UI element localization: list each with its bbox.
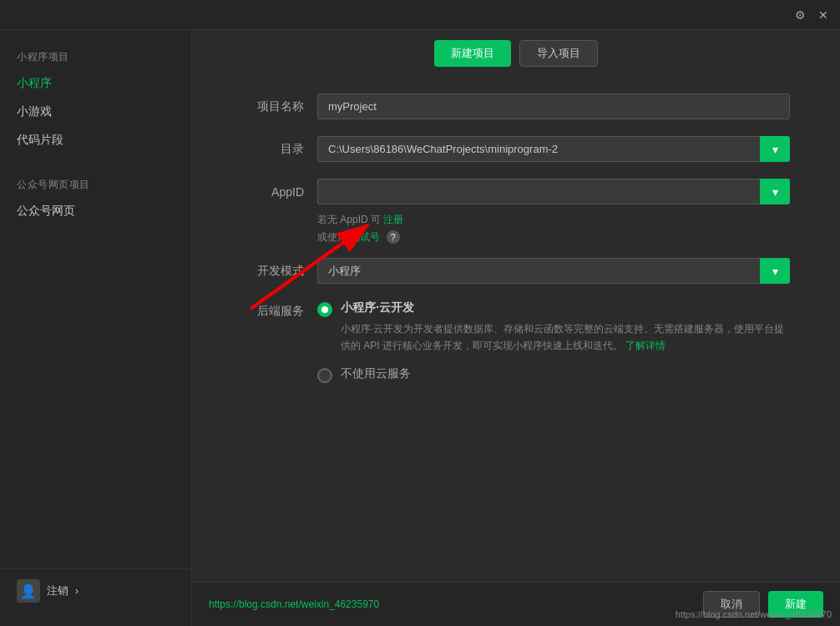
project-name-input[interactable] bbox=[317, 93, 790, 119]
cloud-learn-more-link[interactable]: 了解详情 bbox=[625, 340, 665, 351]
no-cloud-option-content: 不使用云服务 bbox=[341, 366, 411, 381]
bottom-blog-link[interactable]: https://blog.csdn.net/weixin_46235970 bbox=[209, 598, 379, 610]
sidebar-item-miniprogram[interactable]: 小程序 bbox=[0, 69, 191, 98]
sidebar-bottom: 👤 注销 › bbox=[0, 568, 191, 613]
directory-label: 目录 bbox=[242, 142, 317, 157]
sidebar-item-webpage[interactable]: 公众号网页 bbox=[0, 197, 191, 225]
appid-row: AppID ▾ bbox=[242, 179, 790, 204]
appid-register-link[interactable]: 注册 bbox=[383, 214, 403, 225]
close-icon[interactable]: ✕ bbox=[817, 8, 830, 22]
cloud-option-title: 小程序·云开发 bbox=[341, 300, 790, 316]
logout-arrow: › bbox=[75, 585, 78, 597]
dev-mode-label: 开发模式 bbox=[242, 264, 317, 279]
appid-hint-test-line: 或使用 测试号 ? bbox=[317, 230, 790, 245]
logout-label[interactable]: 注销 bbox=[47, 583, 68, 598]
directory-input-group: ▾ bbox=[317, 136, 790, 162]
avatar: 👤 bbox=[17, 579, 40, 603]
appid-input[interactable] bbox=[317, 179, 760, 204]
mini-program-section-title: 小程序项目 bbox=[0, 43, 191, 69]
radio-no-cloud-button[interactable] bbox=[317, 368, 332, 383]
appid-hint-register-line: 若无 AppID 可 注册 bbox=[317, 213, 790, 227]
appid-help-icon[interactable]: ? bbox=[387, 230, 400, 244]
project-name-label: 项目名称 bbox=[242, 99, 317, 114]
directory-input[interactable] bbox=[317, 136, 760, 162]
backend-option-no-cloud: 不使用云服务 bbox=[317, 366, 790, 383]
new-project-button[interactable]: 新建项目 bbox=[434, 40, 511, 67]
dev-mode-input[interactable] bbox=[317, 258, 760, 284]
appid-label: AppID bbox=[242, 185, 317, 199]
cloud-option-desc: 小程序·云开发为开发者提供数据库、存储和云函数等完整的云端支持。无需搭建服务器，… bbox=[341, 321, 790, 355]
project-name-row: 项目名称 bbox=[242, 93, 790, 119]
directory-dropdown-button[interactable]: ▾ bbox=[760, 136, 790, 162]
appid-input-group: ▾ bbox=[317, 179, 790, 204]
main-layout: 小程序项目 小程序 小游戏 代码片段 公众号网页项目 公众号网页 👤 注销 › … bbox=[0, 30, 840, 626]
title-bar-icons: ⚙ ✕ bbox=[793, 8, 830, 22]
content-area: 新建项目 导入项目 项目名称 目录 ▾ bbox=[192, 30, 840, 626]
dev-mode-dropdown-button[interactable]: ▾ bbox=[760, 258, 790, 284]
sidebar: 小程序项目 小程序 小游戏 代码片段 公众号网页项目 公众号网页 👤 注销 › bbox=[0, 30, 192, 626]
top-action-bar: 新建项目 导入项目 bbox=[192, 30, 840, 77]
app-container: ⚙ ✕ 小程序项目 小程序 小游戏 代码片段 公众号网页项目 公众号网页 👤 注… bbox=[0, 0, 840, 626]
bottom-bar: https://blog.csdn.net/weixin_46235970 取消… bbox=[192, 582, 840, 626]
title-bar: ⚙ ✕ bbox=[0, 0, 840, 30]
appid-hints: 若无 AppID 可 注册 或使用 测试号 ? bbox=[317, 213, 790, 245]
sidebar-item-minigame[interactable]: 小游戏 bbox=[0, 98, 191, 126]
no-cloud-option-title: 不使用云服务 bbox=[341, 366, 411, 381]
dev-mode-row: 开发模式 ▾ bbox=[242, 258, 790, 284]
backend-options: 小程序·云开发 小程序·云开发为开发者提供数据库、存储和云函数等完整的云端支持。… bbox=[317, 300, 790, 395]
settings-icon[interactable]: ⚙ bbox=[793, 8, 807, 22]
radio-cloud-button[interactable] bbox=[317, 302, 332, 317]
directory-row: 目录 ▾ bbox=[242, 136, 790, 162]
web-section-title: 公众号网页项目 bbox=[0, 171, 191, 197]
dev-mode-input-group: ▾ bbox=[317, 258, 790, 284]
form-area: 项目名称 目录 ▾ AppID ▾ bbox=[192, 77, 840, 582]
cloud-option-content: 小程序·云开发 小程序·云开发为开发者提供数据库、存储和云函数等完整的云端支持。… bbox=[341, 300, 790, 355]
backend-option-cloud: 小程序·云开发 小程序·云开发为开发者提供数据库、存储和云函数等完整的云端支持。… bbox=[317, 300, 790, 355]
appid-test-link[interactable]: 测试号 bbox=[350, 231, 380, 243]
backend-service-section: 后端服务 小程序·云开发 小程序·云开发为开发者提供数据库、存储和云函数等完整的… bbox=[242, 300, 790, 395]
import-project-button[interactable]: 导入项目 bbox=[519, 40, 598, 67]
appid-hint1-text: 若无 AppID 可 bbox=[317, 214, 381, 225]
cloud-desc-text: 小程序·云开发为开发者提供数据库、存储和云函数等完整的云端支持。无需搭建服务器，… bbox=[341, 323, 784, 351]
backend-label: 后端服务 bbox=[242, 300, 317, 395]
appid-hint2-text: 或使用 bbox=[317, 231, 347, 243]
watermark: https://blog.csdn.net/weixin_46235970 bbox=[676, 609, 832, 619]
appid-dropdown-button[interactable]: ▾ bbox=[760, 179, 790, 204]
sidebar-item-snippet[interactable]: 代码片段 bbox=[0, 126, 191, 154]
